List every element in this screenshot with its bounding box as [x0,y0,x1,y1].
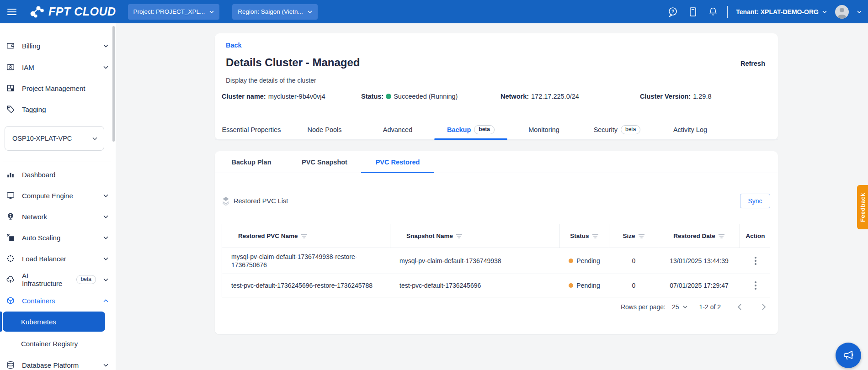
sidebar-item-containers[interactable]: Containers [0,290,116,311]
avatar[interactable] [835,5,849,19]
column-header-restored-date[interactable]: Restored Date [658,224,740,248]
tab-essential-properties[interactable]: Essential Properties [215,120,288,139]
table-row: mysql-pv-claim-default-1736749938-restor… [222,248,770,274]
row-actions-menu-icon[interactable] [753,280,758,291]
sidebar-item-billing[interactable]: Billing [0,35,116,56]
tab-backup[interactable]: Backup beta [434,120,507,139]
tab-security[interactable]: Security beta [580,120,654,139]
page-title: Details Cluster - Managed [226,56,360,69]
filter-sort-icon [639,234,644,238]
svg-text:?: ? [671,9,674,14]
announcement-fab[interactable] [836,343,861,368]
subtab-pvc-restored[interactable]: PVC Restored [361,151,434,173]
page-subtitle: Display the details of the cluster [226,77,316,84]
chevron-down-icon [103,257,108,260]
sidebar-item-label: AI Infrastructure [22,272,69,287]
sidebar-item-label: Load Balancer [22,255,96,263]
status-text: Pending [576,257,600,265]
sidebar-item-load-balancer[interactable]: Load Balancer [0,248,116,269]
sidebar-item-dashboard[interactable]: Dashboard [0,164,116,185]
restored-pvc-name-cell: test-pvc-default-1736245696-restore-1736… [222,274,390,297]
cluster-name-label: Cluster name: [222,93,266,100]
chevron-down-icon [103,215,108,218]
sidebar-item-tagging[interactable]: Tagging [0,99,116,120]
wallet-icon [6,42,15,50]
sidebar-item-ai-infrastructure[interactable]: AI Infrastructure beta [0,269,116,290]
back-link[interactable]: Back [226,42,242,49]
restored-pvc-table: Restored PVC Name Snapshot Name Status S… [222,224,770,297]
sync-button[interactable]: Sync [740,194,770,208]
sidebar-item-label: Kubernetes [21,318,56,326]
next-page-icon[interactable] [757,301,770,313]
logo-text: FPT CLOUD [48,5,116,18]
subtab-pvc-snapshot[interactable]: PVC Snapshot [288,151,361,173]
tab-monitoring[interactable]: Monitoring [507,120,580,139]
column-header-size[interactable]: Size [609,224,658,248]
feedback-label: Feedback [859,193,866,222]
tenant-label: Tenant: XPLAT-DEMO-ORG [736,8,819,16]
cluster-info-row: Cluster name: mycluster-9b4v0vj4 Status:… [222,93,779,100]
list-title-text: Restored PVC List [234,197,288,205]
tab-activity-log[interactable]: Activity Log [654,120,727,139]
tab-label: Advanced [383,126,413,133]
size-cell: 0 [609,274,658,297]
sidebar-item-auto-scaling[interactable]: Auto Scaling [0,227,116,248]
tab-advanced[interactable]: Advanced [361,120,434,139]
sidebar: Billing IAM Project Management Tagging O… [0,23,116,370]
project-dropdown[interactable]: Project: PROJECT_XPL... [128,4,220,20]
refresh-button[interactable]: Refresh [740,60,765,67]
notification-bell-icon[interactable] [707,6,719,18]
previous-page-icon[interactable] [733,301,746,313]
column-header-restored-pvc-name[interactable]: Restored PVC Name [222,224,390,248]
tab-node-pools[interactable]: Node Pools [288,120,361,139]
docs-book-icon[interactable] [687,6,699,18]
subtab-label: PVC Snapshot [302,159,347,166]
sidebar-item-iam[interactable]: IAM [0,57,116,78]
snapshot-name-cell: test-pvc-default-1736245696 [390,274,559,297]
column-header-status[interactable]: Status [559,224,609,248]
menu-icon[interactable] [0,0,24,23]
status-success-dot [386,94,391,99]
globe-icon [6,212,15,221]
action-cell [740,274,771,297]
restored-date-cell: 07/01/2025 17:29:47 [658,274,740,297]
rows-per-page-select[interactable]: 25 [672,303,687,311]
chevron-down-icon [209,11,214,13]
column-header-label: Restored Date [673,233,715,239]
feedback-tab[interactable]: Feedback [857,185,868,229]
region-dropdown-label: Region: Saigon (Vietn... [238,8,303,15]
id-card-icon [6,63,15,71]
cluster-tabs: Essential Properties Node Pools Advanced… [215,120,778,140]
column-header-label: Action [746,233,765,239]
region-dropdown[interactable]: Region: Saigon (Vietn... [232,4,317,20]
column-header-snapshot-name[interactable]: Snapshot Name [390,224,559,248]
cluster-details-card: Back Refresh Details Cluster - Managed D… [215,33,778,140]
size-cell: 0 [609,248,658,274]
network-label: Network: [501,93,529,100]
cluster-name-value: mycluster-9b4v0vj4 [268,93,325,100]
status-pending-dot [569,283,573,288]
chevron-down-icon [103,194,108,197]
vpc-selector[interactable]: OSP10-XPLAT-VPC [5,126,104,151]
help-chat-icon[interactable]: ? [667,6,679,18]
chevron-down-icon[interactable] [857,11,862,13]
chevron-down-icon [822,11,827,13]
sidebar-item-label: Container Registry [21,340,78,348]
sidebar-item-label: Tagging [22,106,108,113]
sidebar-item-project-management[interactable]: Project Management [0,78,116,99]
sidebar-item-container-registry[interactable]: Container Registry [3,333,105,354]
chevron-down-icon [103,278,108,281]
sidebar-item-kubernetes[interactable]: Kubernetes [3,312,105,332]
database-icon [6,361,15,369]
bar-chart-icon [6,170,15,179]
sidebar-item-network[interactable]: Network [0,206,116,227]
snapshot-name-cell: mysql-pv-claim-default-1736749938 [390,248,559,274]
restored-date-cell: 13/01/2025 13:44:39 [658,248,740,274]
sidebar-item-compute-engine[interactable]: Compute Engine [0,185,116,206]
sidebar-item-label: Project Management [22,85,108,92]
column-header-action: Action [740,224,771,248]
tenant-dropdown[interactable]: Tenant: XPLAT-DEMO-ORG [736,8,827,16]
subtab-backup-plan[interactable]: Backup Plan [215,151,288,173]
row-actions-menu-icon[interactable] [753,255,758,267]
sidebar-item-database-platform[interactable]: Database Platform [0,354,116,370]
